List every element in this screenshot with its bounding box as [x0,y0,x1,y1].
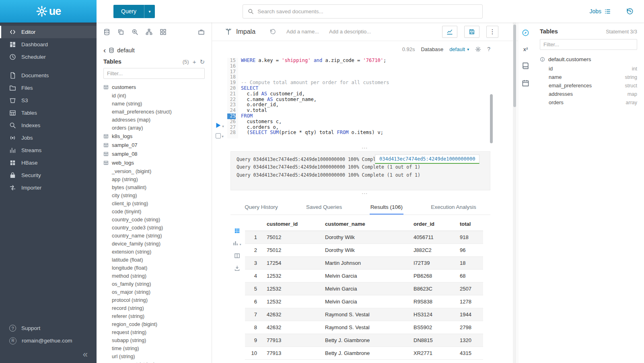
more-actions-button[interactable]: ⋮ [486,26,498,38]
language-reference-icon[interactable] [522,62,529,70]
assist-column[interactable]: time (string) [103,344,212,352]
assist-column[interactable]: subapp (string) [103,336,212,344]
code-editor[interactable]: ▾ ▾ 1516171819202122232425262728 WHERE a… [212,55,518,145]
jobs-link[interactable]: Jobs [589,8,611,15]
table-row[interactable]: 512532Melvin GarciaB8623C2507 [245,283,483,295]
assist-column[interactable]: orders (array) [103,124,212,132]
assist-column[interactable]: extension (string) [103,248,212,256]
functions-icon[interactable]: x² [523,46,528,52]
assist-column[interactable]: country_name (string) [103,231,212,239]
sidebar-item-documents[interactable]: Documents [0,69,97,82]
global-search-input[interactable] [257,8,477,14]
database-selector[interactable]: default ▾ [449,46,469,52]
settings-gear-icon[interactable] [475,46,481,52]
assist-column[interactable]: code (tinyint) [103,207,212,215]
scrollbar-thumb[interactable] [513,25,516,107]
assist-column[interactable]: latitude (float) [103,256,212,264]
sidebar-item-indexes[interactable]: Indexes [0,119,97,132]
assist-column[interactable]: os_family (string) [103,280,212,288]
editor-scrollbar[interactable] [490,94,493,143]
snippet-settings-button[interactable]: ▾ [216,133,224,138]
sidebar-user[interactable]: R romain@gethue.com [0,334,97,347]
table-row[interactable]: 412532Melvin GarciaPB626868 [245,270,483,283]
query-description-input[interactable] [329,29,377,35]
assist-column[interactable]: url (string) [103,352,212,360]
execute-button[interactable]: ▾ [215,122,224,128]
assist-filter-input[interactable] [103,68,205,79]
assist-table-sample_07[interactable]: sample_07 [103,140,212,149]
chart-button[interactable] [442,26,457,38]
table-row[interactable]: 612532Melvin GarciaR9S8381278 [245,295,483,308]
hue-logo[interactable]: ue [0,0,97,23]
briefcase-icon[interactable] [198,29,205,35]
assist-column[interactable]: country_code (string) [103,215,212,223]
assist-column[interactable]: os_major (string) [103,288,212,296]
sidebar-item-jobs[interactable]: Jobs [0,132,97,144]
assist-column[interactable]: client_ip (string) [103,199,212,207]
add-icon[interactable]: + [193,59,196,65]
sidebar-item-importer[interactable]: Importer [0,182,97,194]
right-assist-column[interactable]: addressesmap [540,90,637,98]
sql-code[interactable]: WHERE a.key = 'shipping' and a.zip_code … [238,58,518,138]
back-chevron-icon[interactable]: ‹ [103,46,106,54]
query-name-input[interactable] [286,29,325,35]
assist-column[interactable]: city (string) [103,191,212,199]
chart-view-icon[interactable]: ▾ [232,240,241,246]
right-assist-column[interactable]: namestring [540,73,637,81]
sidebar-item-dashboard[interactable]: Dashboard [0,38,97,51]
columns-icon[interactable] [234,253,240,259]
page-scrollbar[interactable] [513,23,516,363]
query-id-popover[interactable]: 034d413ec7474ed5:4249de1000000000 [375,155,479,164]
resize-handle[interactable]: ⋯ [212,190,518,197]
sidebar-item-security[interactable]: Security [0,169,97,182]
table-row[interactable]: 175012Dorothy Wilk4056711918 [245,231,483,244]
download-icon[interactable] [234,265,240,271]
tab-query-history[interactable]: Query History [244,200,279,214]
assist-column[interactable]: _version_ (bigint) [103,167,212,175]
table-row[interactable]: 977913Betty J. GiambroneDN88151320 [245,334,483,347]
right-assist-column[interactable]: email_preferencesstruct [540,81,637,90]
table-row[interactable]: 275012Dorothy WilkJ882C296 [245,244,483,257]
right-assist-column[interactable]: idint [540,64,637,73]
info-icon[interactable] [540,57,545,62]
database-icon[interactable] [103,29,110,35]
schedule-calendar-icon[interactable] [522,79,529,87]
sidebar-item-scheduler[interactable]: Scheduler [0,51,97,63]
right-assist-table[interactable]: default.customers [533,53,644,64]
assist-column[interactable]: id (int) [103,91,212,99]
refresh-icon[interactable]: ↻ [200,59,205,65]
sidebar-item-streams[interactable]: Streams [0,144,97,157]
execute-options-caret-icon[interactable]: ▾ [222,124,224,128]
assist-column[interactable]: protocol (string) [103,296,212,304]
assist-table-customers[interactable]: customers [103,82,212,91]
right-assist-column[interactable]: ordersarray [540,98,637,107]
snippet-history-icon[interactable] [270,29,276,35]
assist-column[interactable]: longitude (float) [103,264,212,272]
assist-column[interactable]: app (string) [103,175,212,183]
sidebar-item-editor[interactable]: Editor [0,26,97,38]
tab-execution-analysis[interactable]: Execution Analysis [430,200,477,214]
assist-column[interactable]: country_code3 (string) [103,223,212,231]
grid-view-icon[interactable] [234,228,240,234]
assist-column[interactable]: name (string) [103,99,212,107]
documents-copy-icon[interactable] [117,29,124,35]
assist-column[interactable]: bytes (smallint) [103,183,212,191]
sidebar-item-hbase[interactable]: HBase [0,157,97,169]
assist-table-sample_08[interactable]: sample_08 [103,149,212,158]
assist-column[interactable]: record (string) [103,304,212,312]
sidebar-collapse-button[interactable]: « [83,349,88,359]
table-row[interactable]: 842632Raymond S. VestalBS59022798 [245,321,483,334]
assist-column[interactable]: referer (string) [103,312,212,320]
assist-table-k8s_logs[interactable]: k8s_logs [103,132,212,140]
table-row[interactable]: 317254Martin JohnsonI72T3918 [245,257,483,270]
table-row[interactable]: 742632Raymond S. VestalHS31241944 [245,308,483,321]
sidebar-item-support[interactable]: ? Support [0,322,97,334]
sidebar-item-files[interactable]: Files [0,82,97,94]
new-query-button[interactable]: Query [113,5,144,18]
save-button[interactable] [464,26,479,38]
assistant-compass-icon[interactable] [522,29,529,37]
sitemap-icon[interactable] [146,29,152,35]
assist-column[interactable]: method (string) [103,272,212,280]
sidebar-item-tables[interactable]: Tables [0,107,97,119]
assist-table-web_logs[interactable]: web_logs [103,158,212,167]
